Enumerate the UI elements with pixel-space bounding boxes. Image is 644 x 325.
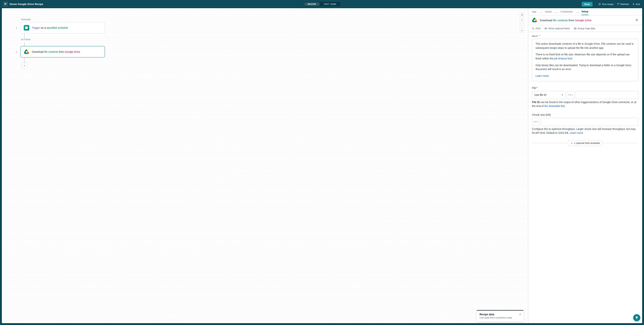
help-label: HELP bbox=[532, 35, 538, 37]
exit-button[interactable]: Exit bbox=[631, 2, 641, 6]
show-optional-label: Show optional fields bbox=[548, 27, 570, 30]
toggle-test-jobs[interactable]: TEST JOBS bbox=[320, 2, 340, 6]
panel-header: Download file contents from Google Drive… bbox=[528, 15, 642, 25]
close-panel-button[interactable]: ✕ bbox=[635, 18, 638, 22]
learn-more-link-2[interactable]: Learn more bbox=[570, 131, 583, 134]
formula-chip[interactable]: A B C bbox=[532, 118, 540, 126]
zoom-out-button[interactable]: − bbox=[520, 23, 524, 27]
svg-rect-4 bbox=[576, 27, 576, 29]
mode-toggle: RECIPE TEST JOBS bbox=[304, 2, 340, 6]
google-drive-icon bbox=[532, 18, 537, 22]
help-toggle[interactable]: HELP ⌃ bbox=[532, 35, 638, 37]
toggle-recipe[interactable]: RECIPE bbox=[304, 2, 320, 6]
recipe-data-sub: Use data from a previous step bbox=[480, 316, 520, 319]
document-icon bbox=[3, 2, 8, 6]
fit-button[interactable]: ⤢ bbox=[520, 28, 524, 32]
flow: TRIGGER 1 Trigger on a specified schedul… bbox=[15, 19, 105, 69]
chevron-up-icon: ⌃ bbox=[539, 35, 541, 37]
panel-title: Download file contents from Google Drive bbox=[540, 19, 592, 22]
optional-divider: ＋ 1 optional field available bbox=[532, 140, 638, 146]
google-drive-icon bbox=[24, 49, 29, 55]
top-bar: Demo Google Drive Recipe RECIPE TEST JOB… bbox=[0, 0, 644, 8]
file-mode-select[interactable]: Use file ID ▾ bbox=[532, 91, 566, 99]
refresh-button[interactable]: Refresh bbox=[616, 2, 630, 6]
ph-download: Download bbox=[540, 19, 553, 22]
step-row-2: 2 Download file contents from Google Dri… bbox=[15, 46, 105, 57]
breadcrumb: App ⟶ Action ⟶ Connection ⟶ Setup bbox=[528, 8, 642, 15]
kw-trigger: Trigger bbox=[32, 26, 40, 29]
bc-setup[interactable]: Setup bbox=[582, 10, 588, 15]
show-optional-button[interactable]: Show optional fields bbox=[544, 27, 570, 30]
connector-line bbox=[24, 33, 24, 38]
panel-body: HELP ⌃ This action downloads contents of… bbox=[528, 32, 642, 151]
add-step-button[interactable]: + bbox=[22, 63, 27, 69]
ph-from: from bbox=[568, 19, 575, 22]
chevron-down-icon: ▾ bbox=[562, 93, 563, 96]
chevron-right-icon: ⟶ bbox=[539, 11, 542, 14]
kw-schedule: specified schedule bbox=[46, 26, 68, 29]
file-hint-end: . bbox=[565, 104, 566, 107]
svg-point-1 bbox=[532, 27, 534, 29]
trigger-card[interactable]: Trigger on a specified schedule bbox=[20, 22, 105, 33]
expand-icon[interactable]: ⇳ bbox=[519, 313, 521, 316]
help-fab[interactable] bbox=[633, 314, 640, 321]
undo-button[interactable]: ↺ bbox=[520, 13, 524, 17]
schedule-icon bbox=[24, 25, 29, 30]
action-text: Download file contents from Google Drive bbox=[32, 50, 80, 53]
chevron-right-icon: ⟶ bbox=[576, 11, 579, 14]
optional-pill-label: 1 optional field available bbox=[574, 142, 600, 144]
file-select-value: Use file ID bbox=[534, 93, 546, 96]
file-id-input[interactable] bbox=[576, 91, 638, 99]
trigger-mid: on a bbox=[40, 26, 46, 29]
svg-rect-3 bbox=[574, 27, 575, 29]
panel-toolbar: Find Show optional fields Group map data bbox=[528, 25, 642, 32]
search-icon bbox=[532, 27, 534, 30]
refresh-label: Refresh bbox=[620, 3, 629, 5]
shareable-link[interactable]: the shareable link bbox=[544, 104, 565, 107]
job-timeout-link[interactable]: job timeout limit. bbox=[554, 57, 573, 60]
zoom-in-button[interactable]: + bbox=[520, 18, 524, 22]
ph-gdrive: Google Drive bbox=[575, 19, 592, 22]
trigger-text: Trigger on a specified schedule bbox=[32, 26, 68, 29]
chunk-hint-text: Configure this to optimize throughput. L… bbox=[532, 127, 636, 134]
file-field-row: Use file ID ▾ A B C bbox=[532, 91, 638, 99]
chunk-size-input[interactable] bbox=[541, 118, 638, 126]
test-recipe-label: Test recipe bbox=[602, 3, 614, 5]
main-split: ↺ + − ⤢ TRIGGER 1 Trigger on a specified… bbox=[2, 8, 642, 323]
canvas-controls: ↺ + − ⤢ bbox=[520, 13, 524, 32]
optional-fields-button[interactable]: ＋ 1 optional field available bbox=[568, 140, 602, 146]
bc-app[interactable]: App bbox=[532, 10, 536, 15]
find-button[interactable]: Find bbox=[532, 27, 540, 30]
action-card[interactable]: Download file contents from Google Drive bbox=[20, 46, 105, 57]
find-label: Find bbox=[536, 27, 540, 30]
columns-icon bbox=[574, 27, 576, 30]
bc-connection[interactable]: Connection bbox=[560, 10, 573, 15]
step-number: 1 bbox=[15, 26, 17, 29]
bc-action[interactable]: Action bbox=[545, 10, 552, 15]
play-icon bbox=[598, 3, 601, 5]
learn-more-link[interactable]: Learn more bbox=[536, 74, 549, 77]
save-button[interactable]: Save bbox=[582, 2, 592, 6]
kw-gdrive: Google Drive bbox=[65, 50, 80, 53]
help-p2a: There is no fixed limit on file size. Ma… bbox=[536, 53, 630, 60]
formula-chip[interactable]: A B C bbox=[566, 91, 574, 99]
step-row-1: 1 Trigger on a specified schedule bbox=[15, 22, 105, 33]
test-recipe-button[interactable]: Test recipe bbox=[597, 2, 615, 6]
close-icon bbox=[632, 3, 635, 5]
chunk-field-hint: Configure this to optimize throughput. L… bbox=[532, 127, 638, 135]
file-field-label: File* bbox=[532, 86, 638, 89]
chunk-field-label: Chunk size (KB) bbox=[532, 113, 638, 116]
divider bbox=[595, 2, 595, 6]
canvas[interactable]: ↺ + − ⤢ TRIGGER 1 Trigger on a specified… bbox=[2, 8, 528, 323]
recipe-data-title: Recipe data bbox=[480, 313, 520, 316]
help-p3: Only binary files can be downloaded. Try… bbox=[536, 63, 635, 71]
group-map-label: Group map data bbox=[578, 27, 595, 30]
recipe-title: Demo Google Drive Recipe bbox=[10, 2, 43, 5]
group-map-button[interactable]: Group map data bbox=[574, 27, 595, 30]
trigger-section-label: TRIGGER bbox=[21, 19, 105, 21]
svg-point-2 bbox=[546, 28, 546, 29]
kw-file-contents: file contents bbox=[44, 50, 58, 53]
plus-icon: ＋ bbox=[570, 141, 573, 145]
kw-from: from bbox=[58, 50, 65, 53]
recipe-data-panel[interactable]: Recipe data Use data from a previous ste… bbox=[476, 310, 524, 322]
